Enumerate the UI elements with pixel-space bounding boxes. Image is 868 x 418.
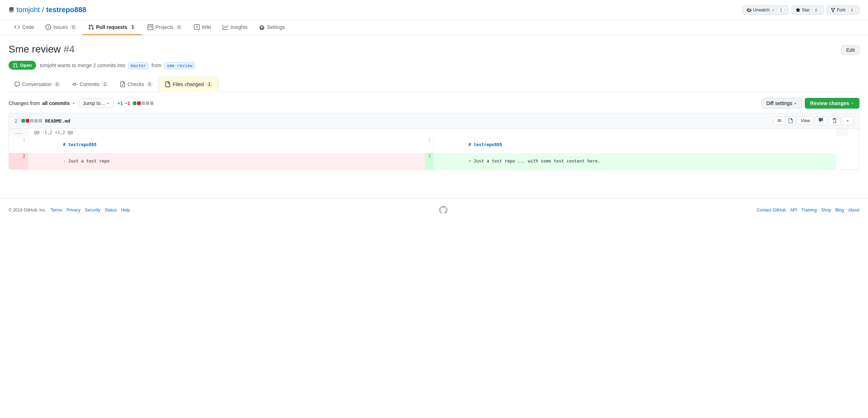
- comment-button[interactable]: [815, 116, 827, 125]
- footer-link-status[interactable]: Status: [105, 208, 117, 213]
- changes-from: Changes from all commits: [9, 100, 75, 106]
- pr-tab-commits-badge: 2: [101, 82, 108, 87]
- diff-settings-arrow: [794, 101, 797, 105]
- file-header: 2 README.md View: [9, 113, 859, 129]
- tab-settings-label: Settings: [267, 24, 285, 30]
- footer-link-shop[interactable]: Shop: [821, 208, 831, 213]
- tab-insights-label: Insights: [230, 24, 248, 30]
- diff-settings-button[interactable]: Diff settings: [762, 98, 802, 109]
- tab-code-label: Code: [22, 24, 34, 30]
- pr-tab-files-changed-badge: 1: [206, 82, 213, 87]
- file-diff-count: 2: [15, 118, 17, 124]
- file-stat-block-2: [26, 119, 29, 123]
- pr-description: tomjoht wants to merge 2 commits into ma…: [40, 63, 195, 68]
- footer-link-help[interactable]: Help: [121, 208, 130, 213]
- head-branch[interactable]: sme-review: [164, 62, 195, 69]
- tab-issues[interactable]: Issues 0: [40, 20, 82, 35]
- star-label: Star: [802, 8, 810, 13]
- tab-pr-badge: 1: [130, 25, 136, 30]
- base-branch[interactable]: master: [128, 62, 149, 69]
- tab-projects-badge: 0: [176, 25, 183, 30]
- diff-stat: +1 −1: [117, 100, 154, 106]
- file-diff: 2 README.md View: [9, 113, 859, 170]
- footer-right: Contact GitHub API Training Shop Blog Ab…: [757, 208, 859, 213]
- diff-actions: Diff settings Review changes: [762, 98, 859, 109]
- footer-link-training[interactable]: Training: [802, 208, 817, 213]
- diff-split-table: ... @@ -1,2 +1,2 @@ 1 # testrepo888 1 # …: [9, 129, 859, 169]
- repo-name[interactable]: testrepo888: [46, 6, 86, 14]
- pr-tab-files-changed-label: Files changed: [173, 81, 204, 87]
- jump-to-button[interactable]: Jump to...: [79, 99, 114, 108]
- tab-issues-badge: 0: [70, 25, 77, 30]
- fork-button[interactable]: Fork 0: [827, 5, 859, 15]
- tab-pr-label: Pull requests: [96, 24, 128, 30]
- footer-copyright: © 2018 GitHub, Inc.: [9, 208, 46, 213]
- diff-block-1: [133, 101, 136, 105]
- footer-link-privacy[interactable]: Privacy: [66, 208, 80, 213]
- pr-tab-commits[interactable]: Commits 2: [66, 77, 114, 92]
- file-stat-blocks: [21, 119, 42, 123]
- footer-link-contact[interactable]: Contact GitHub: [757, 208, 786, 213]
- tab-projects-label: Projects: [155, 24, 174, 30]
- tab-insights[interactable]: Insights: [217, 20, 253, 35]
- pr-title: Sme review #4: [9, 44, 75, 55]
- diff-row-1: 1 # testrepo888 1 # testrepo888: [9, 136, 859, 153]
- diff-toolbar: Changes from all commits Jump to... +1 −…: [9, 92, 859, 113]
- diff-view-button[interactable]: [774, 117, 785, 125]
- pr-status-badge: Open: [9, 61, 36, 70]
- diff-ellipsis-row: ... @@ -1,2 +1,2 @@: [9, 129, 859, 136]
- footer-link-api[interactable]: API: [790, 208, 797, 213]
- diff-minus: −1: [124, 100, 130, 106]
- pr-tab-files-changed[interactable]: Files changed 1: [159, 77, 219, 92]
- pr-tab-conversation-badge: 0: [54, 82, 61, 87]
- fork-label: Fork: [837, 8, 845, 13]
- file-actions: View: [774, 116, 853, 125]
- repo-separator: /: [42, 6, 44, 14]
- diff-blocks: [133, 101, 154, 105]
- footer-link-terms[interactable]: Terms: [51, 208, 63, 213]
- pr-tab-commits-label: Commits: [80, 81, 99, 87]
- diff-block-3: [141, 101, 145, 105]
- tab-wiki-label: Wiki: [202, 24, 211, 30]
- file-stat-block-4: [34, 119, 38, 123]
- repo-owner[interactable]: tomjoht: [16, 6, 40, 14]
- repo-actions: Unwatch 1 Star 0 Fork 0: [743, 5, 859, 15]
- diff-block-4: [146, 101, 149, 105]
- view-file-button[interactable]: View: [798, 116, 813, 125]
- star-count: 0: [813, 8, 820, 13]
- fork-count: 0: [848, 8, 855, 13]
- star-button[interactable]: Star 0: [792, 5, 824, 15]
- unwatch-label: Unwatch: [753, 8, 770, 13]
- tab-navigation: Code Issues 0 Pull requests 1 Projects 0…: [0, 20, 868, 35]
- footer-link-about[interactable]: About: [848, 208, 859, 213]
- pr-tab-conversation[interactable]: Conversation 0: [9, 77, 66, 92]
- tab-wiki[interactable]: Wiki: [188, 20, 217, 35]
- pr-meta: Open tomjoht wants to merge 2 commits in…: [9, 61, 859, 70]
- pr-tab-conversation-label: Conversation: [22, 81, 52, 87]
- expand-button[interactable]: [842, 116, 853, 125]
- footer-link-security[interactable]: Security: [85, 208, 100, 213]
- tab-settings[interactable]: Settings: [253, 20, 291, 35]
- delete-button[interactable]: [828, 116, 840, 125]
- diff-row-2: 2 - Just a test repo 2 + Just a test rep…: [9, 153, 859, 169]
- file-stat-block-3: [30, 119, 34, 123]
- diff-block-5: [150, 101, 154, 105]
- review-changes-arrow: [850, 101, 854, 105]
- tab-code[interactable]: Code: [9, 20, 40, 35]
- unwatch-button[interactable]: Unwatch 1: [743, 5, 789, 15]
- pr-header: Sme review #4 Edit: [9, 44, 859, 55]
- tab-projects[interactable]: Projects 0: [142, 20, 188, 35]
- footer: © 2018 GitHub, Inc. Terms Privacy Securi…: [0, 198, 868, 222]
- review-changes-button[interactable]: Review changes: [805, 98, 859, 109]
- pr-tab-checks-label: Checks: [128, 81, 144, 87]
- tab-pull-requests[interactable]: Pull requests 1: [83, 20, 142, 35]
- repo-icon: [9, 7, 14, 13]
- footer-link-blog[interactable]: Blog: [835, 208, 844, 213]
- edit-button[interactable]: Edit: [842, 45, 859, 55]
- rich-diff-button[interactable]: [785, 117, 796, 125]
- footer-left: © 2018 GitHub, Inc. Terms Privacy Securi…: [9, 208, 130, 213]
- pr-tab-checks[interactable]: Checks 0: [114, 77, 159, 92]
- top-navigation: tomjoht / testrepo888 Unwatch 1 Star 0 F…: [0, 0, 868, 20]
- jump-to-arrow: [106, 101, 110, 105]
- file-stat-block-1: [21, 119, 25, 123]
